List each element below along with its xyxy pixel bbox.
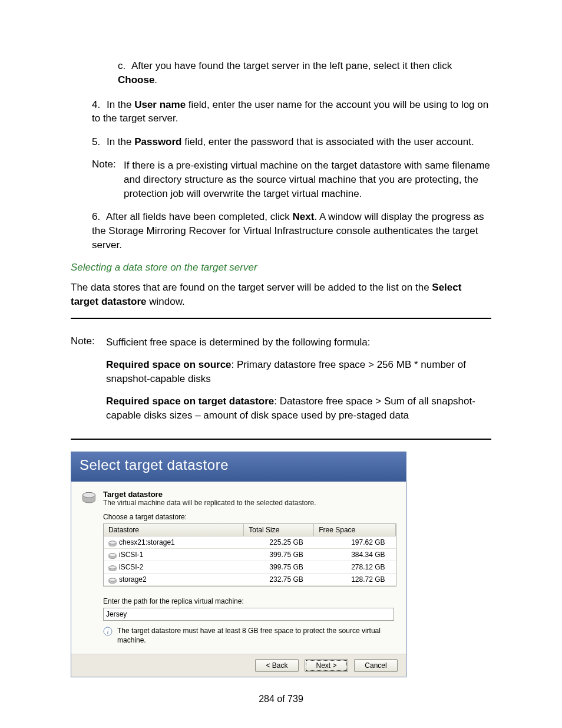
svg-point-9 [109,578,116,581]
datastore-name: iSCSI-2 [119,563,143,571]
step-text: In the User name field, enter the user n… [92,99,488,124]
total-size: 399.75 GB [244,561,314,574]
section-heading: Selecting a data store on the target ser… [71,262,491,274]
free-space: 278.12 GB [314,561,396,574]
disk-icon [108,552,117,558]
svg-text:i: i [107,628,108,635]
disk-icon [108,577,117,583]
choose-datastore-label: Choose a target datastore: [103,513,396,521]
total-size: 399.75 GB [244,549,314,561]
svg-point-1 [83,493,95,498]
table-row[interactable]: chesx21:storage1225.25 GB197.62 GB [104,536,396,549]
back-button[interactable]: < Back [255,659,299,672]
info-text: The target datastore must have at least … [117,627,396,645]
step-text: After you have found the target server i… [118,60,452,85]
table-row[interactable]: iSCSI-2399.75 GB278.12 GB [104,561,396,574]
info-note: i The target datastore must have at leas… [103,627,396,645]
dialog-select-target-datastore: Select target datastore Target datastore… [71,452,406,677]
datastore-name: chesx21:storage1 [119,538,175,546]
intro-paragraph: The data stores that are found on the ta… [71,281,491,309]
datastore-name: iSCSI-1 [119,551,143,559]
table-row[interactable]: storage2232.75 GB128.72 GB [104,574,396,586]
step-marker: 6. [92,211,100,222]
page-number: 284 of 739 [71,694,491,704]
step-6: 6. After all fields have been completed,… [92,210,491,252]
note-preexisting: Note: If there is a pre-existing virtual… [92,159,491,200]
step-text: In the Password field, enter the passwor… [107,136,474,147]
step-marker: c. [118,60,125,71]
total-size: 225.25 GB [244,536,314,549]
note-body: Sufficient free space is determined by t… [106,335,491,422]
sub-step-c: c. After you have found the target serve… [118,59,491,87]
svg-point-3 [109,541,116,544]
svg-point-5 [109,554,116,556]
datastore-icon [81,490,97,506]
step-marker: 4. [92,99,100,110]
datastore-table[interactable]: Datastore Total Size Free Space chesx21:… [103,523,396,587]
col-datastore[interactable]: Datastore [104,524,244,536]
disk-icon [108,540,117,546]
next-button[interactable]: Next > [305,659,348,672]
note-label: Note: [71,335,104,347]
dialog-title: Select target datastore [71,452,406,482]
step-5: 5. In the Password field, enter the pass… [92,135,491,149]
step-text: After all fields have been completed, cl… [92,211,484,251]
section-title: Target datastore [103,490,316,499]
section-subtitle: The virtual machine data will be replica… [103,499,316,507]
cancel-button[interactable]: Cancel [354,659,398,672]
disk-icon [108,565,117,571]
col-free-space[interactable]: Free Space [314,524,396,536]
info-icon: i [103,627,113,636]
step-4: 4. In the User name field, enter the use… [92,98,491,126]
total-size: 232.75 GB [244,574,314,586]
free-space: 384.34 GB [314,549,396,561]
svg-point-7 [109,566,116,569]
table-row[interactable]: iSCSI-1399.75 GB384.34 GB [104,549,396,561]
datastore-name: storage2 [119,575,147,584]
free-space: 128.72 GB [314,574,396,586]
free-space: 197.62 GB [314,536,396,549]
step-marker: 5. [92,136,100,147]
col-total-size[interactable]: Total Size [244,524,314,536]
note-label: Note: [92,159,121,170]
enter-path-label: Enter the path for the replica virtual m… [103,597,396,605]
note-block-formula: Note: Sufficient free space is determine… [71,318,491,440]
note-body: If there is a pre-existing virtual machi… [124,159,491,200]
replica-path-input[interactable] [103,608,394,621]
